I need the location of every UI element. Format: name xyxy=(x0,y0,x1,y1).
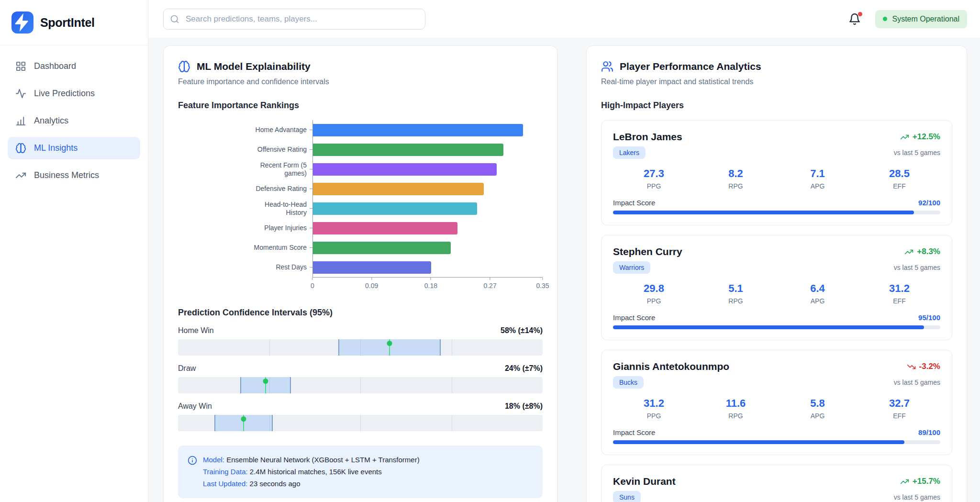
ci-header: Home Win 58% (±14%) xyxy=(178,326,543,335)
player-analytics-card: Player Performance Analytics Real-time p… xyxy=(586,45,967,502)
model-info-lines: Model: Ensemble Neural Network (XGBoost … xyxy=(203,454,420,490)
sidebar-item-ml-insights[interactable]: ML Insights xyxy=(8,137,140,159)
player-stats: 29.8 PPG 5.1 RPG 6.4 APG 31.2 EFF xyxy=(613,282,940,305)
player-stat: 11.6 RPG xyxy=(695,397,777,420)
stat-label: APG xyxy=(777,297,858,305)
sidebar-item-label: Live Predictions xyxy=(34,89,95,99)
info-icon xyxy=(188,456,197,465)
x-axis-tick-label: 0.09 xyxy=(365,282,378,290)
ml-card-title: ML Model Explainability xyxy=(197,61,311,72)
feature-importance-title: Feature Importance Rankings xyxy=(178,100,543,111)
ci-value-label: 24% (±7%) xyxy=(505,364,543,373)
stat-value: 5.8 xyxy=(777,397,858,410)
brand-logo-icon xyxy=(11,11,33,33)
player-trend-value: +12.5% xyxy=(913,132,940,142)
chart-bar-area xyxy=(312,120,543,140)
sidebar-item-label: Business Metrics xyxy=(34,170,99,180)
training-data-value: 2.4M historical matches, 156K live event… xyxy=(250,468,382,476)
impact-score-value: 89/100 xyxy=(918,428,940,436)
sidebar-item-analytics[interactable]: Analytics xyxy=(8,110,140,132)
sidebar-item-business-metrics[interactable]: Business Metrics xyxy=(8,164,140,187)
sidebar-item-label: Dashboard xyxy=(34,61,76,71)
trending-up-icon xyxy=(904,247,913,257)
trending-down-icon xyxy=(907,362,916,371)
model-info-box: Model: Ensemble Neural Network (XGBoost … xyxy=(178,446,543,498)
last-updated-value: 23 seconds ago xyxy=(250,480,301,488)
chart-bar xyxy=(313,163,497,176)
search-input[interactable] xyxy=(163,9,425,30)
system-status-badge: System Operational xyxy=(875,10,967,28)
sidebar-item-label: Analytics xyxy=(34,116,68,126)
x-axis-tick: 0 xyxy=(311,278,314,290)
player-stat: 6.4 APG xyxy=(777,282,858,305)
stat-value: 6.4 xyxy=(777,282,858,295)
stat-value: 31.2 xyxy=(858,282,940,295)
ci-outcome-label: Away Win xyxy=(178,402,212,411)
player-trend: -3.2% xyxy=(907,362,940,371)
ci-gridline-25 xyxy=(269,339,270,356)
model-info-model-line: Model: Ensemble Neural Network (XGBoost … xyxy=(203,454,420,466)
sidebar-item-dashboard[interactable]: Dashboard xyxy=(8,55,140,78)
stat-value: 31.2 xyxy=(613,397,695,410)
app-root: SportIntel Dashboard Live Predictions An… xyxy=(0,0,980,502)
impact-progress-fill xyxy=(613,440,904,444)
ci-gridline-75 xyxy=(452,339,452,356)
stat-value: 5.1 xyxy=(695,282,777,295)
players-card-header: Player Performance Analytics xyxy=(601,60,952,73)
chart-bar-row: Defensive Rating xyxy=(250,179,543,199)
player-stats: 31.2 PPG 11.6 RPG 5.8 APG 32.7 EFF xyxy=(613,397,940,420)
impact-score-value: 92/100 xyxy=(918,199,940,207)
player-card: Kevin Durant +15.7% Suns vs last 5 games xyxy=(601,465,952,502)
chart-category-label: Rest Days xyxy=(250,263,310,271)
ci-gridline-75 xyxy=(452,377,452,393)
players-card-subtitle: Real-time player impact and statistical … xyxy=(601,78,952,86)
activity-icon xyxy=(15,88,26,99)
stat-label: APG xyxy=(777,412,858,420)
model-value: Ensemble Neural Network (XGBoost + LSTM … xyxy=(226,456,419,464)
content: ML Model Explainability Feature importan… xyxy=(148,38,980,502)
stat-value: 32.7 xyxy=(858,397,940,410)
impact-progress-fill xyxy=(613,211,914,214)
chart-bar-row: Recent Form (5 games) xyxy=(250,159,543,179)
ci-track xyxy=(178,377,543,393)
ci-mean-marker xyxy=(389,339,390,356)
player-trend: +12.5% xyxy=(900,132,940,142)
feature-importance-chart: Home Advantage Offensive Rating Recent F… xyxy=(250,120,543,291)
chart-bar-area xyxy=(312,199,543,218)
impact-score-label: Impact Score xyxy=(613,313,655,322)
status-dot-icon xyxy=(883,17,887,21)
chart-bar-area xyxy=(312,159,543,179)
chart-category-label: Momentum Score xyxy=(250,244,310,252)
stat-label: EFF xyxy=(858,182,940,190)
player-stat: 5.1 RPG xyxy=(695,282,777,305)
sidebar-item-label: ML Insights xyxy=(34,143,78,153)
stat-label: RPG xyxy=(695,182,777,190)
x-axis-tick-mark xyxy=(371,278,372,280)
topbar: System Operational xyxy=(148,0,980,38)
stat-value: 29.8 xyxy=(613,282,695,295)
stat-value: 8.2 xyxy=(695,167,777,180)
confidence-intervals: Home Win 58% (±14%) Draw 24% (±7%) Away … xyxy=(178,326,543,431)
player-trend-value: +8.3% xyxy=(917,247,940,257)
confidence-intervals-title: Prediction Confidence Intervals (95%) xyxy=(178,308,543,318)
chart-bar xyxy=(313,222,457,234)
x-axis-tick-mark xyxy=(490,278,490,280)
stat-value: 27.3 xyxy=(613,167,695,180)
brain-icon xyxy=(178,60,190,73)
chart-bar-row: Momentum Score xyxy=(250,238,543,257)
ci-gridline-50 xyxy=(360,415,361,431)
sidebar-item-live-predictions[interactable]: Live Predictions xyxy=(8,82,140,105)
trending-up-icon xyxy=(15,170,26,181)
notifications-button[interactable] xyxy=(848,13,861,25)
brain-icon xyxy=(15,143,26,154)
trend-caption: vs last 5 games xyxy=(894,379,940,386)
brand[interactable]: SportIntel xyxy=(0,0,148,45)
bar-chart-icon xyxy=(15,115,26,126)
player-trend: +8.3% xyxy=(904,247,940,257)
player-stat: 29.8 PPG xyxy=(613,282,695,305)
player-trend-value: -3.2% xyxy=(919,362,940,371)
x-axis-tick: 0.09 xyxy=(365,278,378,290)
impact-progress-bar xyxy=(613,325,940,329)
player-name: Giannis Antetokounmpo xyxy=(613,361,729,372)
player-trend-value: +15.7% xyxy=(913,477,940,486)
